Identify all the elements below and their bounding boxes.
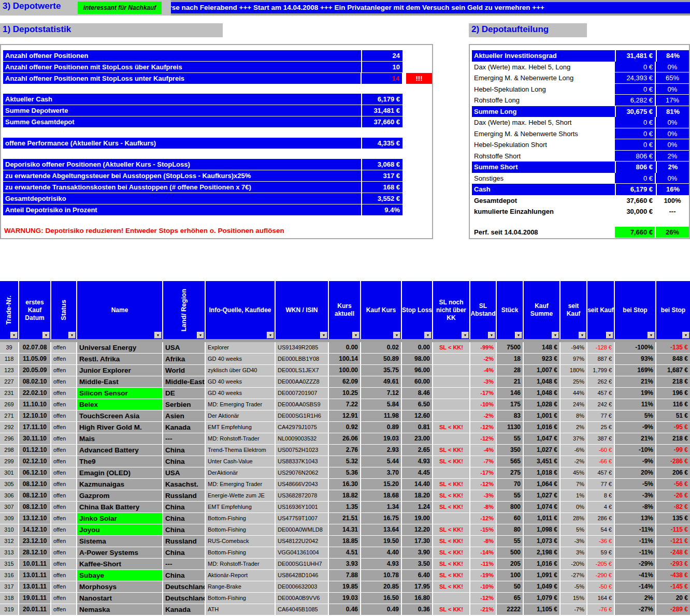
allocation-value-cell[interactable]: 6,282 € [615, 95, 655, 106]
isin-cell[interactable]: DE000A0WMLD8 [276, 524, 328, 535]
kurs-cell[interactable]: 0.46 [329, 604, 360, 615]
allocation-percent-cell[interactable]: 81% [656, 106, 689, 118]
source-cell[interactable]: zyklisch über GD40 [206, 365, 275, 376]
stop-cell[interactable]: 0.00 [402, 342, 432, 353]
allocation-label-cell[interactable]: Summe Short [472, 162, 615, 173]
region-cell[interactable]: China [163, 524, 205, 535]
region-cell[interactable]: Deutschland [163, 581, 205, 592]
kauf-cell[interactable]: 2.93 [361, 445, 401, 456]
stueck-cell[interactable]: 205 [497, 559, 523, 569]
kurs-cell[interactable]: 10.25 [329, 388, 360, 399]
slkk-cell[interactable]: SL < KK! [433, 581, 469, 592]
source-cell[interactable]: Aktionär-Report [206, 570, 275, 581]
source-cell[interactable]: Unter Cash-Value [206, 456, 275, 467]
allocation-label-cell[interactable]: Hebel-Spekulation Short [472, 139, 615, 151]
allocation-label-cell[interactable]: Perf. seit 14.04.2008 [472, 227, 615, 238]
slkk-cell[interactable]: SL < KK! [433, 456, 469, 467]
stat-value-cell[interactable]: 14 [362, 73, 402, 84]
source-cell[interactable]: MD: Rohstoff-Trader [206, 433, 275, 444]
allocation-percent-cell[interactable]: 0% [656, 139, 689, 151]
allocation-value-cell[interactable]: 37,660 € [615, 195, 655, 207]
status-cell[interactable]: offen [51, 467, 76, 478]
slkk-cell[interactable]: SL < KK! [433, 536, 469, 547]
kurs-cell[interactable]: 100.14 [329, 354, 360, 364]
skp-cell[interactable]: 7% [560, 479, 586, 490]
kurs-cell[interactable]: 18.85 [329, 536, 360, 547]
alert-badge[interactable]: !!! [406, 73, 432, 84]
source-cell[interactable]: ATH [206, 604, 275, 615]
column-header-7[interactable]: Kurs aktuell▼ [329, 281, 360, 339]
name-cell[interactable]: China Bak Battery [77, 502, 162, 512]
source-cell[interactable]: Bottom-Fishing [206, 547, 275, 558]
name-cell[interactable]: A-Power Systems [77, 547, 162, 558]
name-cell[interactable]: Subaye [77, 570, 162, 581]
bse-cell[interactable]: -145 € [656, 581, 690, 592]
stueck-cell[interactable]: 275 [497, 467, 523, 478]
slabst-cell[interactable]: -17% [470, 388, 496, 399]
isin-cell[interactable]: NL0009003532 [276, 433, 328, 444]
source-cell[interactable]: RUS-Comeback [206, 536, 275, 547]
skp-cell[interactable]: 15% [560, 593, 586, 604]
filter-dropdown-button[interactable]: ▼ [393, 332, 400, 339]
skp-cell[interactable]: 25% [560, 376, 586, 387]
nr-cell[interactable]: 299 [0, 456, 18, 467]
source-cell[interactable]: Energie-Wette zum JE [206, 490, 275, 501]
kurs-cell[interactable]: 5.32 [329, 456, 360, 467]
slabst-cell[interactable]: -21% [470, 604, 496, 615]
kurs-cell[interactable]: 18.82 [329, 490, 360, 501]
slkk-cell[interactable]: SL < KK! [433, 479, 469, 490]
date-cell[interactable]: 08.12.10 [19, 502, 50, 512]
nr-cell[interactable]: 292 [0, 422, 18, 433]
name-cell[interactable]: High River Gold M. [77, 422, 162, 433]
allocation-percent-cell[interactable]: 26% [656, 227, 689, 238]
kurs-cell[interactable]: 19.85 [329, 581, 360, 592]
stop-cell[interactable]: 3.90 [402, 547, 432, 558]
date-cell[interactable]: 30.11.10 [19, 433, 50, 444]
stueck-cell[interactable]: 2222 [497, 604, 523, 615]
slabst-cell[interactable]: -10% [470, 581, 496, 592]
slkk-cell[interactable] [433, 354, 469, 364]
column-header-17[interactable]: bei Stop▼ [656, 281, 690, 339]
isin-cell[interactable]: US29076N2062 [276, 467, 328, 478]
ske-cell[interactable]: 77 € [587, 479, 614, 490]
source-cell[interactable]: MD: Emerging Trader [206, 399, 275, 410]
slabst-cell[interactable]: -3% [470, 376, 496, 387]
stueck-cell[interactable]: 500 [497, 547, 523, 558]
summe-cell[interactable]: 1,028 € [524, 399, 559, 410]
slabst-cell[interactable]: -15% [470, 524, 496, 535]
region-cell[interactable]: Kanada [163, 422, 205, 433]
slabst-cell[interactable]: -12% [470, 433, 496, 444]
bse-cell[interactable]: -115 € [656, 524, 690, 535]
nr-cell[interactable]: 301 [0, 467, 18, 478]
summe-cell[interactable]: 1,016 € [524, 422, 559, 433]
column-header-4[interactable]: Land/ Region▼ [163, 281, 205, 339]
filter-dropdown-button[interactable]: ▼ [515, 332, 522, 339]
filter-dropdown-button[interactable]: ▼ [154, 332, 162, 339]
stop-cell[interactable]: 6.40 [402, 570, 432, 581]
nr-cell[interactable]: 312 [0, 536, 18, 547]
stueck-cell[interactable]: 83 [497, 410, 523, 421]
allocation-value-cell[interactable]: 0 € [615, 117, 655, 128]
summe-cell[interactable]: 1,001 € [524, 410, 559, 421]
bsp-cell[interactable]: -9% [615, 422, 655, 433]
stop-cell[interactable]: 12.20 [402, 524, 432, 535]
status-cell[interactable]: offen [51, 342, 76, 353]
filter-dropdown-button[interactable]: ▼ [462, 332, 469, 339]
bsp-cell[interactable]: 11% [615, 399, 655, 410]
allocation-value-cell[interactable]: 24,393 € [615, 72, 655, 84]
stat-value-cell[interactable]: 6,179 € [362, 94, 403, 105]
nr-cell[interactable]: 313 [0, 547, 18, 558]
filter-dropdown-button[interactable]: ▼ [267, 332, 274, 339]
stueck-cell[interactable]: 146 [497, 388, 523, 399]
slabst-cell[interactable]: -14% [470, 547, 496, 558]
status-cell[interactable]: offen [51, 490, 76, 501]
date-cell[interactable]: 19.01.11 [19, 593, 50, 604]
slabst-cell[interactable]: -4% [470, 445, 496, 456]
allocation-percent-cell[interactable]: 16% [656, 184, 689, 195]
slabst-cell[interactable]: -12% [470, 593, 496, 604]
stat-label-cell[interactable]: Anzahl offener Positionen [3, 50, 361, 61]
kauf-cell[interactable]: 11.98 [361, 410, 401, 421]
allocation-label-cell[interactable]: Cash [472, 184, 615, 195]
source-cell[interactable]: Trend-Thema Elektrom [206, 445, 275, 456]
stat-value-cell[interactable]: 9.4% [362, 204, 403, 215]
